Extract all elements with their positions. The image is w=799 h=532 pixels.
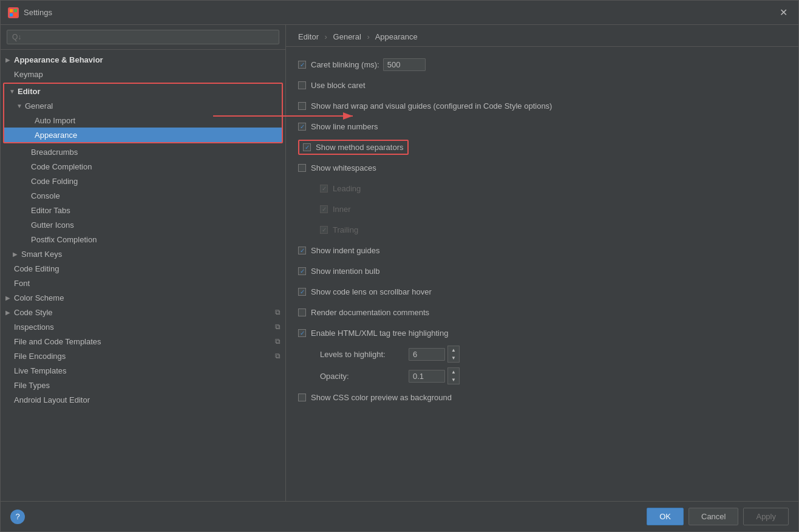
sidebar-item-code-style[interactable]: ▶ Code Style ⧉ [1, 305, 285, 319]
search-input[interactable] [7, 30, 279, 44]
leading-label: ✓ Leading [320, 184, 361, 193]
sidebar-item-code-editing[interactable]: Code Editing [1, 261, 285, 276]
show-code-lens-text: Show code lens on scrollbar hover [311, 287, 432, 296]
inner-checkbox: ✓ [320, 205, 328, 213]
sidebar-item-editor-tabs[interactable]: Editor Tabs [1, 203, 285, 217]
opacity-increment-button[interactable]: ▲ [448, 368, 459, 376]
levels-to-highlight-input[interactable] [409, 348, 445, 361]
sidebar-item-label: Gutter Icons [31, 220, 280, 230]
sidebar-item-auto-import[interactable]: Auto Import [4, 113, 282, 128]
caret-blinking-checkbox-label[interactable]: ✓ Caret blinking (ms): [298, 60, 379, 69]
show-whitespaces-text: Show whitespaces [311, 163, 376, 172]
sidebar-item-label: Color Scheme [14, 293, 280, 302]
show-hard-wrap-checkbox[interactable] [298, 102, 306, 110]
show-css-color-preview-checkbox[interactable] [298, 394, 306, 401]
copy-icon: ⧉ [275, 308, 280, 316]
sidebar-item-code-completion[interactable]: Code Completion [1, 159, 285, 174]
ok-button[interactable]: OK [647, 508, 684, 525]
sidebar-item-file-types[interactable]: File Types [1, 378, 285, 392]
caret-blinking-label: Caret blinking (ms): [311, 60, 379, 69]
show-intention-bulb-label[interactable]: ✓ Show intention bulb [298, 267, 379, 276]
render-doc-comments-label[interactable]: Render documentation comments [298, 308, 429, 317]
use-block-caret-checkbox[interactable] [298, 81, 306, 89]
setting-row-show-whitespaces: Show whitespaces [298, 160, 786, 176]
show-css-color-preview-text: Show CSS color preview as background [311, 393, 452, 402]
sidebar-item-label: Appearance & Behavior [14, 55, 280, 64]
opacity-decrement-button[interactable]: ▼ [448, 376, 459, 384]
copy-icon: ⧉ [275, 322, 280, 331]
setting-row-caret-blinking: ✓ Caret blinking (ms): [298, 56, 786, 72]
cancel-button[interactable]: Cancel [688, 508, 738, 525]
sidebar-item-console[interactable]: Console [1, 188, 285, 203]
sidebar-item-appearance-behavior[interactable]: ▶ Appearance & Behavior [1, 52, 285, 67]
sidebar-item-appearance[interactable]: Appearance [4, 128, 282, 142]
show-hard-wrap-text: Show hard wrap and visual guides (config… [311, 101, 552, 111]
sidebar-item-smart-keys[interactable]: ▶ Smart Keys [1, 247, 285, 261]
help-button[interactable]: ? [10, 510, 25, 524]
enable-html-xml-text: Enable HTML/XML tag tree highlighting [311, 329, 448, 338]
setting-row-show-method-separators: ✓ Show method separators [298, 139, 786, 155]
show-indent-guides-checkbox[interactable]: ✓ [298, 247, 306, 254]
levels-increment-button[interactable]: ▲ [448, 346, 459, 354]
show-indent-guides-label[interactable]: ✓ Show indent guides [298, 246, 379, 255]
right-panel: Editor › General › Appearance ✓ Caret bl… [286, 25, 798, 501]
sidebar-item-label: Code Style [14, 308, 273, 317]
sidebar-item-file-encodings[interactable]: File Encodings ⧉ [1, 349, 285, 363]
window-title: Settings [24, 8, 776, 17]
show-whitespaces-checkbox[interactable] [298, 164, 306, 172]
opacity-label: Opacity: [320, 372, 405, 381]
inner-label: ✓ Inner [320, 205, 351, 214]
enable-html-xml-checkbox[interactable]: ✓ [298, 329, 306, 337]
sidebar-item-label: Code Editing [14, 264, 280, 273]
levels-decrement-button[interactable]: ▼ [448, 354, 459, 362]
main-content: ▶ Appearance & Behavior Keymap ▼ Editor [1, 25, 798, 501]
settings-dialog: Settings ✕ ▶ Appearance & Behavior Keyma… [0, 0, 799, 532]
setting-row-opacity: Opacity: ▲ ▼ [298, 367, 786, 384]
sidebar-item-color-scheme[interactable]: ▶ Color Scheme [1, 290, 285, 305]
sidebar-item-keymap[interactable]: Keymap [1, 67, 285, 81]
show-line-numbers-text: Show line numbers [311, 122, 378, 131]
sidebar-item-editor[interactable]: ▼ Editor [4, 84, 282, 98]
show-code-lens-checkbox[interactable]: ✓ [298, 288, 306, 296]
show-whitespaces-label[interactable]: Show whitespaces [298, 163, 376, 172]
arrow-icon: ▼ [9, 88, 18, 95]
sidebar-item-font[interactable]: Font [1, 276, 285, 290]
caret-blinking-input[interactable] [383, 58, 426, 71]
caret-blinking-checkbox[interactable]: ✓ [298, 61, 306, 69]
show-intention-bulb-checkbox[interactable]: ✓ [298, 267, 306, 275]
sidebar-item-label: Appearance [35, 131, 277, 140]
sidebar-item-postfix-completion[interactable]: Postfix Completion [1, 232, 285, 247]
apply-button[interactable]: Apply [743, 508, 789, 525]
close-button[interactable]: ✕ [776, 5, 791, 19]
show-method-separators-checkbox[interactable]: ✓ [303, 143, 311, 151]
show-indent-guides-text: Show indent guides [311, 246, 379, 255]
sidebar-item-inspections[interactable]: Inspections ⧉ [1, 319, 285, 334]
sidebar-item-label: Editor Tabs [31, 206, 280, 215]
trailing-label: ✓ Trailing [320, 225, 358, 234]
show-css-color-preview-label[interactable]: Show CSS color preview as background [298, 393, 452, 402]
opacity-input[interactable] [409, 370, 445, 383]
render-doc-comments-checkbox[interactable] [298, 309, 306, 316]
show-hard-wrap-label[interactable]: Show hard wrap and visual guides (config… [298, 101, 552, 111]
sidebar-item-gutter-icons[interactable]: Gutter Icons [1, 217, 285, 232]
sidebar-item-file-code-templates[interactable]: File and Code Templates ⧉ [1, 334, 285, 349]
sidebar-item-label: Font [14, 279, 280, 288]
sidebar-item-general[interactable]: ▼ General [4, 98, 282, 113]
show-method-separators-label[interactable]: ✓ Show method separators [298, 140, 409, 155]
show-line-numbers-checkbox[interactable]: ✓ [298, 123, 306, 131]
enable-html-xml-label[interactable]: ✓ Enable HTML/XML tag tree highlighting [298, 329, 448, 338]
setting-row-leading: ✓ Leading [298, 180, 786, 196]
arrow-icon: ▶ [5, 295, 14, 301]
show-code-lens-label[interactable]: ✓ Show code lens on scrollbar hover [298, 287, 432, 296]
settings-area: ✓ Caret blinking (ms): Use block caret [286, 47, 798, 501]
sidebar-item-code-folding[interactable]: Code Folding [1, 174, 285, 188]
sidebar-item-live-templates[interactable]: Live Templates [1, 363, 285, 378]
app-icon [8, 7, 19, 18]
sidebar-item-breadcrumbs[interactable]: Breadcrumbs [1, 145, 285, 159]
leading-text: Leading [333, 184, 361, 193]
sidebar-item-android-layout-editor[interactable]: Android Layout Editor [1, 392, 285, 407]
trailing-checkbox: ✓ [320, 226, 328, 234]
show-line-numbers-label[interactable]: ✓ Show line numbers [298, 122, 378, 131]
use-block-caret-label[interactable]: Use block caret [298, 81, 365, 90]
use-block-caret-text: Use block caret [311, 81, 365, 90]
